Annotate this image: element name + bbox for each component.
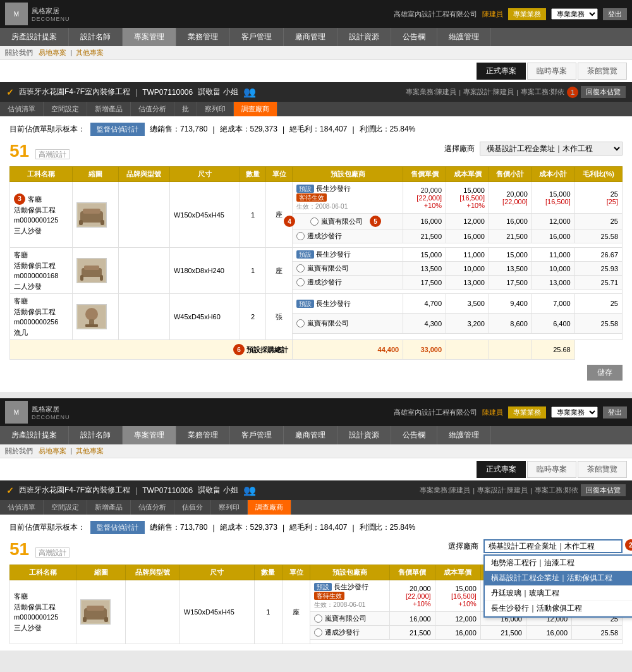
return-btn[interactable]: 回復本佔覽 [581,86,626,98]
vendor-dropdown-wrapper: 2 地勢溶工程行｜油漆工程 橫基設計工程企業址｜活動傢俱工程 丹廷玻璃｜玻璃工程… [483,539,623,553]
v2-row1-v2-radio[interactable] [314,614,322,623]
nav-item-project[interactable]: 專案管理 [123,28,176,46]
sub-tab-print[interactable]: 察列印 [197,102,234,116]
summary-total-sale-2: 總銷售：713,780 [150,522,207,533]
sub-tab2-analysis[interactable]: 估值分析 [131,500,174,515]
nav-item-bulletin[interactable]: 公告欄 [391,28,437,46]
tag-pre-2: 預設 [296,250,314,259]
summary-row-2: 目前佔價單顯示板本： 監督佔偵討計 總銷售：713,780 | 絕成本：529,… [9,521,623,534]
badge-5: 5 [370,216,381,227]
tab-temp-2[interactable]: 臨時專案 [527,461,576,478]
row3-v2-radio[interactable] [296,319,305,327]
project-manager: 譔敬畠 小姐 [198,87,238,97]
tab-teahouse-2[interactable]: 茶館覽覽 [578,461,627,478]
logo-sub-2: DECOMENU [32,414,70,420]
svg-rect-7 [84,266,99,270]
vendor3-radio[interactable] [296,232,305,240]
dropdown-option-3[interactable]: 丹廷玻璃｜玻璃工程 [485,586,632,601]
nav2-item-design-res[interactable]: 設計資源 [337,426,391,444]
nav2-item-maintenance[interactable]: 維護管理 [437,426,491,444]
nav2-item-customer[interactable]: 客戶管理 [230,426,284,444]
vendor-dropdown-list[interactable]: 地勢溶工程行｜油漆工程 橫基設計工程企業址｜活動傢俱工程 丹廷玻璃｜玻璃工程 長… [483,554,632,618]
save-area: 儲存 [9,360,623,386]
svg-rect-16 [87,606,104,611]
sub-tab-new-product[interactable]: 新增產品 [87,102,131,116]
mode-tabs-2: 正式專案 臨時專案 茶館覽覽 [0,458,632,480]
svg-rect-9 [100,275,103,281]
login-btn[interactable]: 登出 [603,8,627,20]
return-btn-2[interactable]: 回復本佔覽 [581,484,626,496]
service-btn[interactable]: 專業業務 [508,8,546,20]
svg-rect-13 [85,324,98,327]
nav-item-2: 專案設計:陳建員 [463,87,514,97]
service-btn-2[interactable]: 專業業務 [508,406,546,418]
product-image-3 [76,304,107,329]
user-name-2: 陳建員 [482,408,503,417]
nav2-item-designer[interactable]: 設計名師 [69,426,123,444]
tab-formal[interactable]: 正式專案 [477,63,526,80]
easy-project-link[interactable]: 易地專案 [39,49,66,56]
nav-item-property[interactable]: 房產設計提案 [0,28,69,46]
project-name-2: 西班牙水花園F4-7F室內裝修工程 [19,485,130,496]
nav2-item-property[interactable]: 房產設計提案 [0,426,69,444]
vendor-dropdown[interactable]: 橫基設計工程企業址｜木作工程 地勢溶工程行｜油漆工程 橫基設計工程企業址｜活動傢… [480,142,623,156]
v2-row1-v3-radio[interactable] [314,628,322,637]
tab-temp[interactable]: 臨時專案 [527,63,576,80]
qty-2: 1 [240,248,266,294]
tab-teahouse[interactable]: 茶館覽覽 [578,63,627,80]
service-select-2[interactable]: 專業業務 [551,406,598,418]
design-row: 51 高潮設計 [9,141,70,161]
nav2-item-bulletin[interactable]: 公告欄 [391,426,437,444]
dropdown-option-4[interactable]: 長生沙發行｜活動傢俱工程 [485,601,632,616]
summary-btn[interactable]: 監督佔偵討計 [90,123,145,136]
first-panel: M 風格家居 DECOMENU 高雄室內設計工程有限公司 陳建員 專業業務 專業… [0,0,632,392]
sub-tab-analysis[interactable]: 估值分析 [131,102,174,116]
logo-icon-2: M [5,401,28,424]
other-project-link-2[interactable]: 其他專案 [76,447,104,455]
item-info-3: 客廳 活動傢俱工程 m0000000256 漁几 [10,294,73,340]
dropdown-option-1[interactable]: 地勢溶工程行｜油漆工程 [485,556,632,571]
login-btn-2[interactable]: 登出 [603,406,627,418]
sub-tab2-print[interactable]: 察列印 [211,500,248,515]
nav-item-customer[interactable]: 客戶管理 [230,28,284,46]
sub-tab-estimate[interactable]: 估偵清單 [0,102,44,116]
vendor-name-2: 預設 長生沙發行 [293,248,403,262]
sub-tab2-space[interactable]: 空間設定 [44,500,87,515]
nav-item-design-res[interactable]: 設計資源 [337,28,391,46]
nav-item-business[interactable]: 業務管理 [176,28,230,46]
vendor-select-container: 選擇廠商 2 地勢溶工程行｜油漆工程 橫基設計工程企業址｜活動傢俱工程 丹廷玻璃… [448,539,623,558]
sub-tab-space[interactable]: 空間設定 [44,102,87,116]
save-button[interactable]: 儲存 [587,365,623,381]
dropdown-option-2[interactable]: 橫基設計工程企業址｜活動傢俱工程 [485,571,632,586]
summary-btn-2[interactable]: 監督佔偵討計 [90,521,145,534]
nav2-item-vendor[interactable]: 廠商管理 [284,426,337,444]
sub-tab2-new-product[interactable]: 新增產品 [87,500,131,515]
sub-tab-vendor[interactable]: 調查廠商 [234,102,277,116]
row2-v2-radio[interactable] [296,264,305,272]
nav-item-designer[interactable]: 設計名師 [69,28,123,46]
svg-rect-18 [104,617,108,622]
sub-tab2-estimate[interactable]: 估偵清單 [0,500,44,515]
vendor2-radio[interactable] [310,217,319,226]
th2-size: 尺寸 [179,565,254,580]
row3-v2-name: 嵐寶有限公司 [293,314,403,333]
nav-item-maintenance[interactable]: 維護管理 [437,28,491,46]
sub-tab-batch[interactable]: 批 [174,102,197,116]
service-select[interactable]: 專業業務 [551,8,598,20]
size-1: W150xD45xH45 [169,182,240,248]
other-project-link[interactable]: 其他專案 [76,49,104,56]
nav-item-vendor[interactable]: 廠商管理 [284,28,337,46]
nav2-item-project[interactable]: 專案管理 [123,426,176,444]
sub-tab2-vendor[interactable]: 調查廠商 [248,500,291,515]
tab-formal-2[interactable]: 正式專案 [477,461,526,478]
nav2-item-business[interactable]: 業務管理 [176,426,230,444]
vendor-input[interactable] [483,539,623,553]
easy-project-link-2[interactable]: 易地專案 [39,447,66,455]
sub-tab2-batch[interactable]: 估值分 [174,500,211,515]
svg-rect-2 [83,209,100,214]
row2-v3-radio[interactable] [296,278,305,286]
summary-profit-ratio-2: 利潤比：25.84% [360,522,416,533]
summary-label-2: 目前佔價單顯示板本： [9,522,85,533]
badge-1: 1 [567,87,578,98]
v2-cost-total: 12,000 [532,214,574,229]
